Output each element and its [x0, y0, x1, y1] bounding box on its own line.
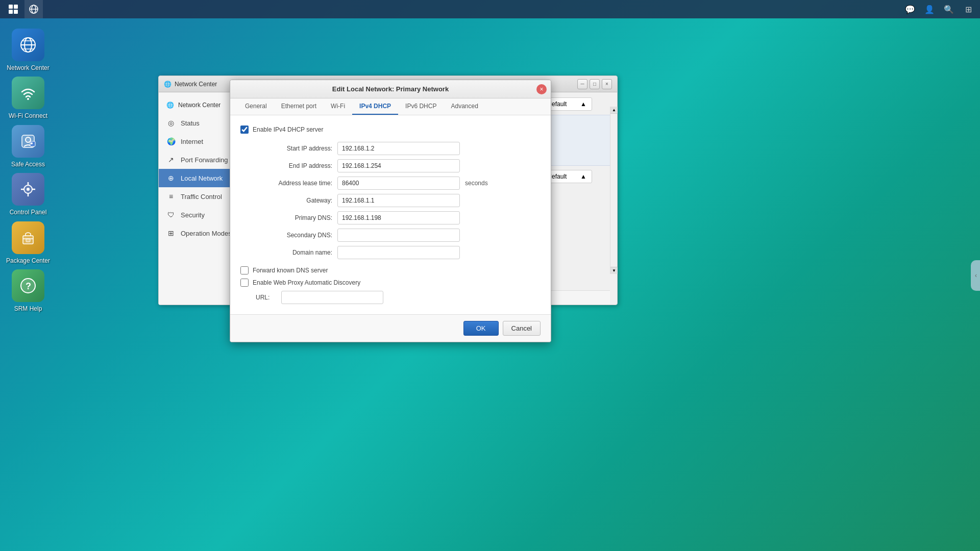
- secondary-dns-label: Secondary DNS:: [240, 232, 332, 239]
- srm-help-label: SRM Help: [14, 305, 42, 312]
- svg-point-12: [27, 98, 29, 100]
- search-icon[interactable]: 🔍: [941, 2, 957, 17]
- tab-ipv4-dhcp[interactable]: IPv4 DHCP: [352, 98, 398, 115]
- tab-wifi-label: Wi-Fi: [331, 103, 345, 110]
- enable-dhcp-label: Enable IPv4 DHCP server: [253, 126, 324, 133]
- enable-dhcp-row: Enable IPv4 DHCP server: [240, 126, 541, 134]
- close-icon: ×: [540, 86, 543, 93]
- safe-access-label: Safe Access: [11, 161, 45, 168]
- dialog-footer: OK Cancel: [230, 314, 551, 342]
- start-ip-input[interactable]: [337, 142, 460, 155]
- svg-point-16: [31, 142, 33, 144]
- chat-icon[interactable]: 💬: [902, 2, 918, 17]
- control-panel-label: Control Panel: [10, 209, 47, 216]
- wifi-label: Wi-Fi Connect: [9, 112, 47, 119]
- url-label: URL:: [256, 294, 276, 301]
- taskbar-right: 💬 👤 🔍 ⊞: [902, 2, 976, 17]
- desktop-icon-srm-help[interactable]: ? SRM Help: [5, 269, 51, 312]
- safe-access-icon: [12, 125, 44, 158]
- user-icon[interactable]: 👤: [922, 2, 937, 17]
- form-grid: Start IP address: End IP address: Addres…: [240, 142, 496, 259]
- package-center-icon: [12, 221, 44, 254]
- url-input[interactable]: [281, 291, 383, 304]
- svg-point-14: [26, 137, 31, 142]
- tab-ipv6-dhcp[interactable]: IPv6 DHCP: [398, 98, 444, 115]
- apps-button[interactable]: [4, 0, 22, 18]
- tab-wifi[interactable]: Wi-Fi: [324, 98, 352, 115]
- desktop-icon-wifi[interactable]: Wi-Fi Connect: [5, 77, 51, 119]
- dialog-overlay: Edit Local Network: Primary Network × Ge…: [158, 76, 618, 305]
- tab-advanced[interactable]: Advanced: [444, 98, 485, 115]
- package-center-label: Package Center: [6, 257, 50, 264]
- web-proxy-label: Enable Web Proxy Automatic Discovery: [253, 279, 360, 286]
- domain-name-input[interactable]: [337, 246, 460, 259]
- network-center-label: Network Center: [7, 64, 49, 71]
- tab-general-label: General: [245, 103, 267, 110]
- wifi-icon: [12, 77, 44, 109]
- desktop: Network Center Wi-Fi Connect Safe Access: [0, 18, 102, 322]
- tab-general[interactable]: General: [238, 98, 274, 115]
- dialog-title: Edit Local Network: Primary Network: [332, 85, 449, 93]
- edit-local-network-dialog: Edit Local Network: Primary Network × Ge…: [230, 80, 551, 342]
- desktop-icon-network-center[interactable]: Network Center: [5, 29, 51, 71]
- desktop-icon-control-panel[interactable]: Control Panel: [5, 173, 51, 216]
- network-center-taskbar-btn[interactable]: [24, 0, 43, 18]
- domain-name-label: Domain name:: [240, 249, 332, 256]
- primary-dns-input[interactable]: [337, 211, 460, 224]
- forward-dns-checkbox[interactable]: [240, 266, 249, 274]
- srm-help-icon: ?: [12, 269, 44, 302]
- svg-rect-0: [9, 5, 13, 9]
- svg-rect-1: [14, 5, 18, 9]
- tab-ethernet-port[interactable]: Ethernet port: [274, 98, 324, 115]
- svg-rect-2: [9, 10, 13, 14]
- desktop-icon-safe-access[interactable]: Safe Access: [5, 125, 51, 168]
- forward-dns-row: Forward known DNS server: [240, 266, 541, 274]
- dialog-tabs: General Ethernet port Wi-Fi IPv4 DHCP IP…: [230, 98, 551, 115]
- cancel-button[interactable]: Cancel: [503, 321, 541, 336]
- ok-button[interactable]: OK: [463, 321, 499, 336]
- network-center-icon: [12, 29, 44, 61]
- start-ip-label: Start IP address:: [240, 145, 332, 152]
- tab-ipv6-label: IPv6 DHCP: [405, 103, 436, 110]
- end-ip-input[interactable]: [337, 159, 460, 172]
- expand-arrow[interactable]: ‹: [971, 260, 980, 291]
- url-row: URL:: [256, 291, 541, 304]
- taskbar: 💬 👤 🔍 ⊞: [0, 0, 980, 18]
- tab-ethernet-label: Ethernet port: [281, 103, 316, 110]
- web-proxy-checkbox[interactable]: [240, 279, 249, 287]
- forward-dns-label: Forward known DNS server: [253, 267, 328, 274]
- control-panel-icon: [12, 173, 44, 206]
- primary-dns-label: Primary DNS:: [240, 214, 332, 221]
- dialog-titlebar: Edit Local Network: Primary Network ×: [230, 80, 551, 98]
- svg-rect-3: [14, 10, 18, 14]
- lease-time-label: Address lease time:: [240, 180, 332, 187]
- taskbar-left: [4, 0, 43, 18]
- dialog-close-button[interactable]: ×: [536, 84, 547, 94]
- gateway-input[interactable]: [337, 194, 460, 207]
- svg-rect-25: [26, 239, 30, 242]
- lease-time-unit: seconds: [465, 180, 496, 187]
- svg-text:?: ?: [26, 281, 31, 291]
- secondary-dns-input[interactable]: [337, 229, 460, 242]
- svg-point-18: [27, 188, 30, 191]
- dialog-body: Enable IPv4 DHCP server Start IP address…: [230, 115, 551, 314]
- gateway-label: Gateway:: [240, 197, 332, 204]
- enable-dhcp-checkbox[interactable]: [240, 126, 249, 134]
- web-proxy-row: Enable Web Proxy Automatic Discovery: [240, 279, 541, 287]
- desktop-icon-package-center[interactable]: Package Center: [5, 221, 51, 264]
- end-ip-label: End IP address:: [240, 162, 332, 169]
- layout-icon[interactable]: ⊞: [961, 2, 976, 17]
- tab-advanced-label: Advanced: [451, 103, 478, 110]
- tab-ipv4-label: IPv4 DHCP: [359, 103, 391, 110]
- lease-time-input[interactable]: [337, 177, 460, 190]
